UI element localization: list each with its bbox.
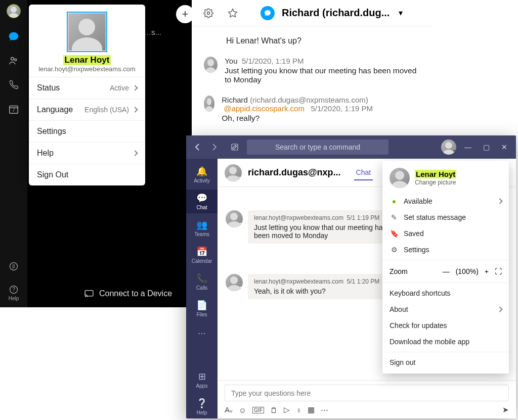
rail-label: Files xyxy=(196,312,207,317)
help-icon: ❔ xyxy=(186,398,218,409)
about-row[interactable]: About xyxy=(382,301,509,317)
gear-icon[interactable] xyxy=(200,5,217,22)
back-button[interactable] xyxy=(191,141,203,153)
rail-calls[interactable]: 📞Calls xyxy=(186,270,218,294)
change-picture[interactable]: Change picture xyxy=(415,179,456,186)
download-row[interactable]: Download the mobile app xyxy=(382,334,509,350)
chevron-down-icon[interactable]: ▾ xyxy=(399,8,403,18)
message-bubble: lenar.hoyt@nxpwebexteams.com 5/1 1:20 PM… xyxy=(248,274,385,299)
zoom-value: (100%) xyxy=(456,267,479,275)
emoji-icon[interactable]: ☺ xyxy=(239,406,246,414)
avatar-icon xyxy=(226,274,243,291)
help-row[interactable]: Help xyxy=(29,142,145,164)
attach-icon[interactable]: ▷ xyxy=(284,405,290,414)
zoom-out-button[interactable]: — xyxy=(443,267,450,275)
message-input[interactable]: Type your questions here xyxy=(225,385,509,401)
teams-icon[interactable] xyxy=(8,55,20,67)
help-icon[interactable]: ? Help xyxy=(9,285,19,301)
msg-email: (richard.dugas@nxpmsteams.com) xyxy=(250,96,368,104)
minimize-button[interactable]: — xyxy=(461,141,474,154)
keyboard-label: Keyboard shortcuts xyxy=(390,289,451,297)
rail-help[interactable]: ❔Help xyxy=(186,395,218,418)
maximize-button[interactable]: ▢ xyxy=(480,141,493,154)
rail-teams[interactable]: 👥Teams xyxy=(186,216,218,240)
calendar-icon[interactable]: 7 xyxy=(8,103,20,115)
signout-row[interactable]: Sign out xyxy=(382,354,509,374)
status-row[interactable]: Status Active xyxy=(29,77,145,99)
set-status-row[interactable]: ✎ Set status message xyxy=(382,209,509,225)
cast-icon xyxy=(84,290,94,298)
status-row[interactable]: ● Available xyxy=(382,193,509,209)
signout-row[interactable]: Sign Out xyxy=(29,164,145,185)
signout-label: Sign Out xyxy=(37,170,68,179)
keyboard-row[interactable]: Keyboard shortcuts xyxy=(382,285,509,301)
rail-label: Chat xyxy=(196,205,207,210)
message-bubble: lenar.hoyt@nxpwebexteams.com 5/1 1:19 PM… xyxy=(248,210,400,244)
contact-badge-icon xyxy=(261,6,275,20)
contact-avatar[interactable] xyxy=(225,164,242,181)
zoom-row: Zoom — (100%) + ⛶ xyxy=(382,262,509,281)
more-icon[interactable]: ⋯ xyxy=(321,405,328,414)
msg-timestamp: 5/1 1:19 PM xyxy=(347,214,380,221)
calendar-day: 7 xyxy=(8,107,20,113)
rail-more[interactable]: ⋯ xyxy=(186,325,218,341)
saved-row[interactable]: 🔖 Saved xyxy=(382,225,509,242)
gif-icon[interactable]: GIF xyxy=(252,407,264,413)
zoom-in-button[interactable]: + xyxy=(485,267,489,275)
connect-device[interactable]: Connect to a Device xyxy=(74,285,182,302)
settings-row[interactable]: ⚙ Settings xyxy=(382,242,509,258)
format-icon[interactable]: Aᵥ xyxy=(225,405,233,414)
message-row: Richard (richard.dugas@nxpmsteams.com) @… xyxy=(204,96,421,123)
chat-icon: 💬 xyxy=(186,193,218,204)
profile-avatar[interactable] xyxy=(390,168,410,188)
profile-avatar[interactable] xyxy=(67,12,107,52)
profile-avatar[interactable] xyxy=(441,139,456,155)
files-icon: 📄 xyxy=(186,300,218,311)
search-input[interactable]: Search or type a command xyxy=(247,139,388,155)
gear-icon: ⚙ xyxy=(390,246,399,254)
bell-icon: 🔔 xyxy=(186,166,218,177)
send-button[interactable]: ➤ xyxy=(502,405,509,414)
compose-button[interactable] xyxy=(228,140,242,154)
chat-icon[interactable] xyxy=(8,30,20,42)
conversation-header: Richard (richard.dug... ▾ xyxy=(192,0,433,26)
status-value: Active xyxy=(110,84,129,92)
settings-row[interactable]: Settings xyxy=(29,120,145,142)
teams-profile-menu: Lenar Hoyt Change picture ● Available ✎ … xyxy=(382,161,509,374)
rail-calendar[interactable]: 📅Calendar xyxy=(186,243,218,267)
updates-row[interactable]: Check for updates xyxy=(382,317,509,334)
avatar-icon xyxy=(226,210,243,227)
tab-chat[interactable]: Chat xyxy=(354,165,373,180)
meet-icon[interactable]: ▦ xyxy=(308,405,315,414)
msg-mention[interactable]: @appid.ciscospark.com xyxy=(224,104,304,113)
sticker-icon[interactable]: 🗒 xyxy=(270,406,278,414)
profile-name: Lenar Hoyt xyxy=(415,170,456,178)
help-label: Help xyxy=(9,296,19,301)
rail-apps[interactable]: ⊞Apps xyxy=(186,368,218,392)
fullscreen-icon[interactable]: ⛶ xyxy=(495,267,502,275)
webex-profile-popover: Lenar Hoyt lenar.hoyt@nxpwebexteams.com … xyxy=(29,5,145,185)
star-icon[interactable] xyxy=(224,5,241,22)
close-button[interactable]: ✕ xyxy=(498,141,511,154)
avatar-icon[interactable] xyxy=(7,4,21,18)
teams-rail: 🔔Activity 💬Chat 👥Teams 📅Calendar 📞Calls … xyxy=(186,159,218,418)
phone-icon: 📞 xyxy=(186,273,218,284)
stream-icon[interactable]: ♀ xyxy=(296,406,301,414)
forward-button[interactable] xyxy=(208,141,221,153)
language-row[interactable]: Language English (USA) xyxy=(29,99,145,120)
calls-icon[interactable] xyxy=(8,79,20,91)
svg-rect-9 xyxy=(85,291,93,296)
webex-sidebar: 7 β ? Help xyxy=(0,0,27,307)
msg-timestamp: 5/1/2020, 1:19 PM xyxy=(242,57,304,65)
msg-text: Oh, really? xyxy=(222,114,421,123)
rail-label: Help xyxy=(197,410,207,415)
rail-activity[interactable]: 🔔Activity xyxy=(186,163,218,186)
rail-chat[interactable]: 💬Chat xyxy=(186,190,218,213)
rail-files[interactable]: 📄Files xyxy=(186,297,218,320)
teams-titlebar: Search or type a command — ▢ ✕ xyxy=(186,135,516,159)
separator xyxy=(382,352,509,352)
beta-icon[interactable]: β xyxy=(8,260,20,272)
presence-badge xyxy=(452,150,456,155)
svg-point-7 xyxy=(207,12,210,14)
language-label: Language xyxy=(37,105,73,114)
